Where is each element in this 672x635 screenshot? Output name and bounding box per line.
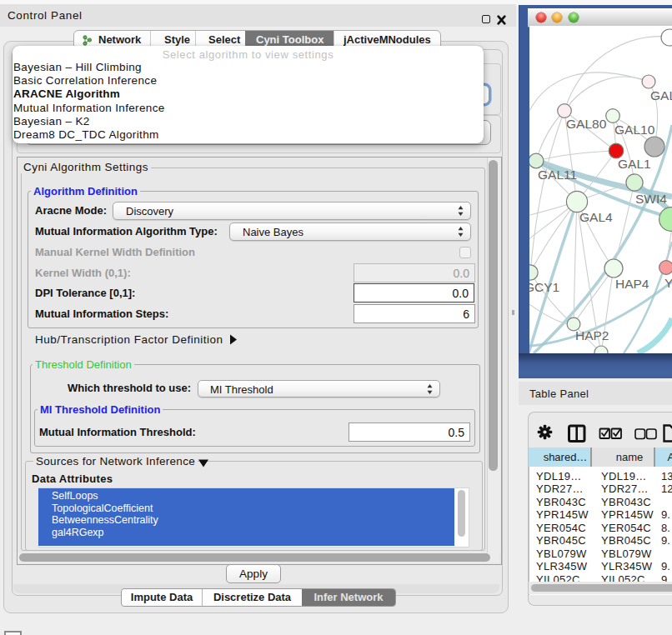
svg-text:SWI4: SWI4 <box>635 192 667 206</box>
svg-text:HAP4: HAP4 <box>615 277 649 291</box>
svg-text:GAL: GAL <box>650 88 672 102</box>
svg-text:GCY1: GCY1 <box>529 280 559 294</box>
svg-text:GAL11: GAL11 <box>538 168 577 182</box>
svg-text:GAL4: GAL4 <box>579 210 613 224</box>
svg-text:GAL10: GAL10 <box>614 122 655 137</box>
svg-text:Y: Y <box>664 276 672 290</box>
svg-text:GAL1: GAL1 <box>618 157 651 171</box>
svg-text:HAP2: HAP2 <box>575 328 609 342</box>
svg-text:GAL80: GAL80 <box>566 117 607 131</box>
